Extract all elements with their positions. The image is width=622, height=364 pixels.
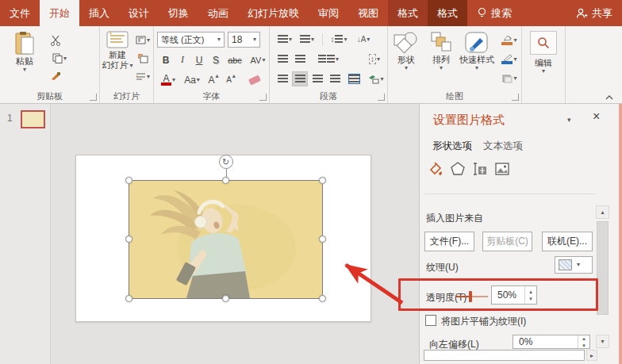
- texture-dropdown[interactable]: ▾: [555, 256, 593, 274]
- underline-button[interactable]: U: [191, 52, 207, 67]
- text-shadow-button[interactable]: S: [208, 52, 224, 67]
- paragraph-dialog-launcher[interactable]: [378, 94, 385, 101]
- pane-tab-shape-options[interactable]: 形状选项: [432, 140, 472, 153]
- tab-animations[interactable]: 动画: [198, 0, 238, 26]
- effects-tab[interactable]: [448, 159, 467, 178]
- fill-line-tab[interactable]: [426, 159, 445, 178]
- text-direction-button[interactable]: ↓A▾: [351, 32, 375, 47]
- tab-format-drawing-tools[interactable]: 格式: [388, 0, 428, 26]
- shrink-font-button[interactable]: A▴: [223, 72, 239, 87]
- shape-outline-button[interactable]: ▾: [499, 52, 520, 67]
- insert-online-button[interactable]: 联机(E)...: [542, 232, 593, 251]
- pane-options-caret-icon[interactable]: ▾: [567, 116, 571, 124]
- editing-button[interactable]: 编辑 ▾: [528, 31, 559, 75]
- clipboard-dialog-launcher[interactable]: [90, 94, 97, 101]
- offset-left-spinbox[interactable]: 0% ▴ ▾: [513, 335, 590, 349]
- justify-button[interactable]: [327, 71, 343, 86]
- reset-slide-button[interactable]: [135, 51, 151, 66]
- paste-button[interactable]: 粘贴 ▾: [8, 31, 41, 73]
- font-dialog-launcher[interactable]: [259, 94, 267, 101]
- tab-view[interactable]: 视图: [348, 0, 388, 26]
- cut-button[interactable]: [48, 33, 63, 48]
- pane-close-icon[interactable]: ×: [593, 109, 600, 124]
- character-spacing-button[interactable]: AV▾: [246, 52, 270, 67]
- strikethrough-button[interactable]: abc: [225, 52, 245, 67]
- resize-handle-bottom-center[interactable]: [222, 295, 229, 302]
- new-slide-button[interactable]: 新建 幻灯片▾: [101, 31, 134, 71]
- tab-tellme-search[interactable]: 搜索: [467, 0, 521, 26]
- pane-horizontal-scrollbar[interactable]: [424, 350, 585, 361]
- transparency-spin-up-icon[interactable]: ▴: [529, 288, 532, 295]
- tab-design[interactable]: 设计: [119, 0, 159, 26]
- columns-button[interactable]: ▾: [317, 52, 340, 67]
- numbering-button[interactable]: ▾: [297, 32, 317, 47]
- quick-styles-button[interactable]: 快速样式 ▾: [458, 31, 496, 71]
- italic-button[interactable]: I: [175, 52, 190, 67]
- selected-picture[interactable]: ↻: [129, 180, 323, 299]
- rotation-handle[interactable]: ↻: [219, 155, 233, 169]
- scroll-right-button[interactable]: ▸: [586, 350, 597, 361]
- align-text-button[interactable]: ↕▾: [363, 52, 386, 67]
- tab-home[interactable]: 开始: [40, 0, 79, 26]
- offset-spin-down-icon[interactable]: ▾: [582, 342, 586, 349]
- align-left-button[interactable]: [275, 71, 290, 86]
- transparency-slider-thumb[interactable]: [469, 291, 472, 302]
- line-spacing-button[interactable]: ↕▾: [328, 32, 350, 47]
- drawing-dialog-launcher[interactable]: [512, 94, 519, 101]
- section-button[interactable]: ▾: [135, 69, 151, 84]
- clear-formatting-button[interactable]: [247, 72, 263, 87]
- transparency-spin-down-icon[interactable]: ▾: [529, 295, 532, 302]
- scroll-up-button[interactable]: ▴: [596, 205, 609, 219]
- slide[interactable]: ↻: [75, 155, 371, 322]
- tab-slideshow[interactable]: 幻灯片放映: [238, 0, 309, 26]
- resize-handle-top-right[interactable]: [319, 177, 326, 184]
- insert-from-clipboard-button[interactable]: 剪贴板(C): [482, 232, 532, 251]
- distribute-button[interactable]: [344, 71, 363, 86]
- tab-insert[interactable]: 插入: [79, 0, 119, 26]
- shapes-button[interactable]: 形状 ▾: [391, 31, 421, 71]
- share-button[interactable]: 共享: [566, 0, 622, 26]
- copy-button[interactable]: ▾: [48, 51, 71, 66]
- tab-format-picture-tools[interactable]: 格式: [428, 0, 467, 26]
- offset-spin-up-icon[interactable]: ▴: [582, 335, 586, 342]
- resize-handle-bottom-left[interactable]: [125, 295, 132, 302]
- slide-canvas[interactable]: ↻: [51, 104, 419, 364]
- tile-picture-checkbox[interactable]: [425, 315, 436, 326]
- resize-handle-bottom-right[interactable]: [319, 295, 326, 302]
- arrange-button[interactable]: 排列 ▾: [426, 31, 456, 71]
- resize-handle-middle-right[interactable]: [319, 236, 326, 243]
- slide-layout-button[interactable]: ▾: [135, 33, 151, 48]
- font-family-select[interactable]: 等线 (正文) ▾: [157, 32, 225, 48]
- slide-thumbnail-1[interactable]: [21, 110, 45, 128]
- increase-indent-button[interactable]: [292, 52, 308, 67]
- picture-tab[interactable]: [493, 159, 512, 178]
- transparency-slider[interactable]: [456, 296, 488, 297]
- font-size-select[interactable]: 18 ▾: [228, 32, 260, 48]
- format-painter-button[interactable]: [48, 69, 63, 84]
- collapse-ribbon-button[interactable]: [605, 92, 614, 98]
- resize-handle-top-left[interactable]: [125, 177, 132, 184]
- pane-vertical-scrollbar[interactable]: ▴: [596, 205, 609, 348]
- size-properties-tab[interactable]: [470, 159, 490, 178]
- pane-tab-text-options[interactable]: 文本选项: [483, 140, 523, 153]
- align-center-button[interactable]: [292, 71, 308, 86]
- grow-font-button[interactable]: A▴: [205, 72, 221, 87]
- font-color-button[interactable]: A ▾: [158, 72, 179, 87]
- tab-review[interactable]: 审阅: [309, 0, 348, 26]
- shape-fill-button[interactable]: ▾: [499, 33, 520, 48]
- decrease-indent-button[interactable]: [275, 52, 290, 67]
- transparency-spinbox[interactable]: 50% ▴ ▾: [491, 285, 537, 305]
- align-right-button[interactable]: [309, 71, 325, 86]
- tab-file[interactable]: 文件: [0, 0, 40, 26]
- resize-handle-middle-left[interactable]: [125, 236, 132, 243]
- tab-transitions[interactable]: 切换: [159, 0, 198, 26]
- vertical-scroll-thumb[interactable]: [597, 221, 609, 315]
- insert-from-file-button[interactable]: 文件(F)...: [424, 232, 474, 251]
- bullets-button[interactable]: ▾: [275, 32, 295, 47]
- change-case-button[interactable]: Aa▾: [180, 72, 204, 87]
- shape-effects-button[interactable]: ▾: [499, 71, 520, 86]
- scroll-down-button[interactable]: ▾: [596, 335, 609, 348]
- convert-smartart-button[interactable]: ▾: [365, 71, 387, 86]
- resize-handle-top-center[interactable]: [222, 177, 229, 184]
- bold-button[interactable]: B: [158, 52, 174, 67]
